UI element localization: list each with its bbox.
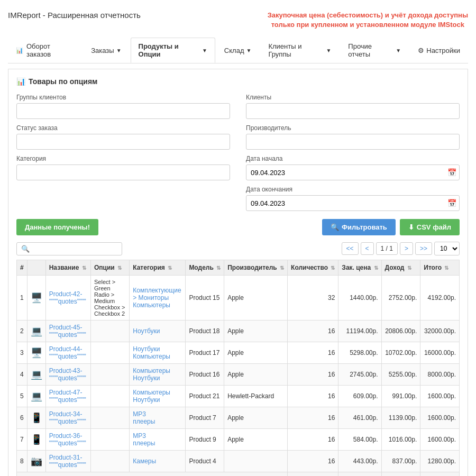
- cell-category: НоутбукиКомпьютеры: [130, 342, 186, 364]
- next-page-button[interactable]: >: [400, 242, 413, 255]
- chart-icon: 📊: [16, 47, 23, 54]
- product-link[interactable]: Product-44-""""quotes"""": [49, 345, 86, 360]
- tab-turnover[interactable]: 📊 Оборот заказов: [8, 38, 82, 63]
- customer-groups-input[interactable]: [16, 103, 230, 119]
- calendar-icon[interactable]: 📅: [447, 199, 456, 207]
- filter-button[interactable]: 🔍 Фильтровать: [322, 219, 396, 235]
- category-link[interactable]: Ноутбуки: [133, 327, 160, 335]
- cell-purchase: 2745.00р.: [338, 364, 381, 386]
- get-data-button[interactable]: Данные получены!: [16, 219, 98, 235]
- cell-img: 🖥️: [27, 276, 45, 321]
- col-total[interactable]: Итого ⇅: [420, 260, 460, 276]
- cell-options: [91, 321, 130, 342]
- category-input[interactable]: [16, 164, 230, 180]
- cell-income: 2752.00р.: [381, 276, 420, 321]
- product-link[interactable]: Product-31-""""quotes"""": [49, 454, 86, 469]
- date-start-label: Дата начала: [246, 155, 460, 162]
- cell-income: 5255.00р.: [381, 364, 420, 386]
- tab-settings[interactable]: ⚙ Настройки: [410, 42, 468, 59]
- category-link[interactable]: Камеры: [133, 457, 156, 465]
- product-link[interactable]: Product-42-""""quotes"""": [49, 290, 86, 305]
- totals-purchase: 22774.00р.: [338, 472, 381, 476]
- cell-name: Product-34-""""quotes"""": [45, 407, 90, 429]
- cell-qty: 16: [288, 321, 338, 342]
- per-page-select[interactable]: 10 25 50: [434, 242, 460, 255]
- col-income[interactable]: Доход ⇅: [381, 260, 420, 276]
- totals-label: Итого: [17, 472, 288, 476]
- cell-options: [91, 364, 130, 386]
- cell-manufacturer: Apple: [224, 364, 288, 386]
- order-status-label: Статус заказа: [16, 124, 230, 132]
- page-info: 1 / 1: [376, 242, 398, 255]
- col-purchase[interactable]: Зак. цена ⇅: [338, 260, 381, 276]
- category-link[interactable]: КомпьютерыНоутбуки: [133, 389, 170, 404]
- tab-orders[interactable]: Заказы ▼: [83, 42, 129, 59]
- cell-num: 3: [17, 342, 28, 364]
- product-link[interactable]: Product-34-""""quotes"""": [49, 410, 86, 425]
- totals-row: Итого 144 22774.00р. 43498.00р. 66272.00…: [17, 472, 460, 476]
- category-link[interactable]: НоутбукиКомпьютеры: [133, 345, 170, 360]
- date-start-input[interactable]: [246, 164, 460, 180]
- cell-income: 20806.00р.: [381, 321, 420, 342]
- cell-income: 1016.00р.: [381, 429, 420, 451]
- pagination: << < 1 / 1 > >> 10 25 50: [342, 242, 460, 255]
- cell-options: [91, 429, 130, 451]
- customer-groups-label: Группы клиентов: [16, 94, 230, 101]
- promo-text: Закупочная цена (себестоимость) и учёт д…: [268, 11, 468, 30]
- cell-qty: 16: [288, 429, 338, 451]
- customers-input[interactable]: [246, 103, 460, 119]
- table-row: 7 📱 Product-36-""""quotes"""" MP3плееры …: [17, 429, 460, 451]
- category-link[interactable]: MP3плееры: [133, 432, 155, 447]
- caret-icon: ▼: [116, 48, 122, 53]
- cell-num: 8: [17, 451, 28, 472]
- category-link[interactable]: MP3плееры: [133, 410, 155, 425]
- product-link[interactable]: Product-43-""""quotes"""": [49, 367, 86, 382]
- product-image: 📱: [31, 413, 42, 423]
- product-link[interactable]: Product-36-""""quotes"""": [49, 432, 86, 447]
- cell-total: 4192.00р.: [420, 276, 460, 321]
- last-page-button[interactable]: >>: [415, 242, 432, 255]
- col-num: #: [17, 260, 28, 276]
- cell-qty: 16: [288, 386, 338, 407]
- cell-model: Product 15: [186, 276, 224, 321]
- date-end-input[interactable]: [246, 195, 460, 211]
- col-name[interactable]: Название ⇅: [45, 260, 90, 276]
- col-options[interactable]: Опции ⇅: [91, 260, 130, 276]
- first-page-button[interactable]: <<: [342, 242, 359, 255]
- cell-manufacturer: Hewlett-Packard: [224, 386, 288, 407]
- caret-icon: ▼: [202, 48, 207, 53]
- col-model[interactable]: Модель ⇅: [186, 260, 224, 276]
- table-row: 1 🖥️ Product-42-""""quotes"""" Select > …: [17, 276, 460, 321]
- search-icon: 🔍: [21, 245, 30, 253]
- tab-reports[interactable]: Прочие отчеты ▼: [340, 38, 409, 63]
- cell-num: 4: [17, 364, 28, 386]
- cell-total: 32000.00р.: [420, 321, 460, 342]
- cell-name: Product-43-""""quotes"""": [45, 364, 90, 386]
- cell-qty: 16: [288, 451, 338, 472]
- tab-products[interactable]: Продукты и Опции ▼: [131, 38, 215, 63]
- csv-button[interactable]: ⬇ CSV файл: [400, 219, 460, 235]
- cell-total: 1600.00р.: [420, 386, 460, 407]
- category-link[interactable]: КомпьютерыНоутбуки: [133, 367, 170, 382]
- col-manufacturer[interactable]: Производитель ⇅: [224, 260, 288, 276]
- order-status-input[interactable]: [16, 134, 230, 150]
- tab-warehouse[interactable]: Склад ▼: [216, 42, 260, 59]
- calendar-icon[interactable]: 📅: [447, 168, 456, 177]
- product-link[interactable]: Product-45-""""quotes"""": [49, 324, 86, 338]
- product-image: 🖥️: [31, 292, 42, 303]
- totals-total: 66272.00р.: [420, 472, 460, 476]
- product-link[interactable]: Product-47-""""quotes"""": [49, 389, 86, 404]
- manufacturer-input[interactable]: [246, 134, 460, 150]
- col-qty[interactable]: Количество ⇅: [288, 260, 338, 276]
- cell-model: Product 4: [186, 451, 224, 472]
- cell-manufacturer: Apple: [224, 321, 288, 342]
- cell-model: Product 21: [186, 386, 224, 407]
- table-search-input[interactable]: [33, 245, 117, 252]
- col-category[interactable]: Категория ⇅: [130, 260, 186, 276]
- col-img: [27, 260, 45, 276]
- cell-num: 5: [17, 386, 28, 407]
- prev-page-button[interactable]: <: [361, 242, 374, 255]
- category-link[interactable]: Комплектующие> Мониторы Компьютеры: [133, 287, 181, 309]
- cell-options: Select > Green Radio > Medium Checkbox >…: [91, 276, 130, 321]
- tab-clients[interactable]: Клиенты и Группы ▼: [260, 38, 339, 63]
